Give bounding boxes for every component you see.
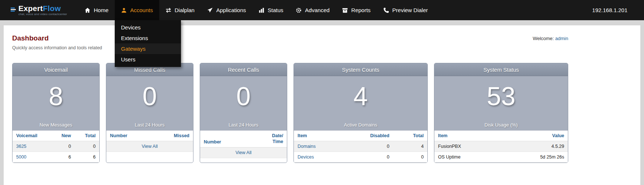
top-navbar: ExpertFlow chat, voice and video contact… [0,0,644,20]
view-all-link[interactable]: View All [235,150,252,155]
hero-value: 53 [434,76,568,109]
card-title: Voicemail [13,63,99,76]
card-hero: 8 New Messages [13,76,99,131]
card-hero: 53 Disk Usage (%) [434,76,568,131]
hero-label: Disk Usage (%) [434,122,568,128]
bar-chart-icon [259,7,264,13]
hero-value: 4 [294,76,427,109]
card-system-status: System Status 53 Disk Usage (%) Item Val… [434,63,568,163]
welcome-user-link[interactable]: admin [555,36,568,41]
archive-box-icon [342,7,348,13]
voicemail-link[interactable]: 5000 [16,154,26,160]
main-panel: Dashboard Quickly access information and… [4,25,640,185]
card-missed-calls: Missed Calls 0 Last 24 Hours Number Miss… [106,63,193,163]
card-voicemail: Voicemail 8 New Messages Voicemail New T… [12,63,100,163]
hero-label: New Messages [13,122,99,128]
main-nav: Home Accounts Devices Extensions Gateway… [78,0,434,20]
dropdown-item-gateways[interactable]: Gateways [115,43,181,54]
voicemail-table: Voicemail New Total 3625 0 0 5000 6 6 [13,131,99,163]
missed-calls-table: Number Missed View All [106,131,193,152]
system-counts-table: Item Disabled Total Domains 0 4 Devices … [294,131,427,163]
welcome-text: Welcome: admin [533,36,568,41]
nav-item-reports[interactable]: Reports [336,0,377,20]
table-row: FusionPBX 4.5.29 [434,141,568,152]
nav-item-label: Applications [216,7,246,13]
table-header-row: Item Disabled Total [294,131,427,141]
phone-icon [383,7,389,13]
table-header-row: Number Date/ Time [200,131,287,147]
dropdown-item-devices[interactable]: Devices [115,22,181,33]
table-row: View All [200,147,287,158]
table-row: OS Uptime 5d 25m 26s [434,152,568,163]
expertflow-logo[interactable]: ExpertFlow chat, voice and video contact… [0,4,68,16]
card-title: System Status [434,63,568,76]
accounts-dropdown: Devices Extensions Gateways Users [115,20,181,67]
send-icon [207,7,213,13]
nav-item-status[interactable]: Status [252,0,290,20]
hero-label: Active Domains [294,122,427,128]
nav-item-label: Reports [351,7,371,13]
view-all-link[interactable]: View All [142,144,158,149]
hero-value: 0 [200,76,287,109]
server-ip: 192.168.1.201 [592,7,644,13]
brand-tagline: chat, voice and video contactcenter [18,13,67,16]
hero-value: 8 [13,76,99,109]
nav-item-advanced[interactable]: Advanced [289,0,336,20]
card-system-counts: System Counts 4 Active Domains Item Disa… [293,63,428,163]
page-subtitle: Quickly access information and tools rel… [12,45,102,50]
brand-bars-icon [10,7,16,14]
dropdown-item-users[interactable]: Users [115,54,181,65]
hero-label: Last 24 Hours [106,122,193,128]
nav-item-label: Home [94,7,108,13]
nav-item-preview-dialer[interactable]: Preview Dialer [377,0,434,20]
nav-item-accounts[interactable]: Accounts Devices Extensions Gateways Use… [115,0,159,20]
dropdown-item-extensions[interactable]: Extensions [115,33,181,43]
table-header-row: Number Missed [106,131,193,141]
domains-link[interactable]: Domains [298,144,316,149]
arrows-icon [166,7,171,13]
nav-item-home[interactable]: Home [78,0,115,20]
card-hero: 4 Active Domains [294,76,427,131]
nav-item-label: Status [268,7,284,13]
nav-item-dialplan[interactable]: Dialplan [159,0,201,20]
system-status-table: Item Value FusionPBX 4.5.29 OS Uptime 5d… [434,131,568,163]
card-title: System Counts [294,63,427,76]
brand-name: ExpertFlow [18,4,67,12]
nav-item-label: Dialplan [175,7,195,13]
user-icon [121,7,127,13]
card-hero: 0 Last 24 Hours [200,76,287,131]
home-icon [85,7,90,13]
devices-link[interactable]: Devices [298,154,314,160]
table-row: View All [106,141,193,152]
gear-icon [296,7,302,13]
card-recent-calls: Recent Calls 0 Last 24 Hours Number Date… [200,63,287,163]
page-header: Dashboard Quickly access information and… [12,34,568,50]
table-row: Domains 0 4 [294,141,427,152]
nav-item-label: Advanced [305,7,330,13]
page-title: Dashboard [12,34,102,42]
table-header-row: Voicemail New Total [13,131,99,141]
card-title: Recent Calls [200,63,287,76]
nav-item-label: Accounts [130,7,153,13]
hero-value: 0 [106,76,193,109]
table-header-row: Item Value [434,131,568,141]
dashboard-cards: Voicemail 8 New Messages Voicemail New T… [12,63,568,163]
card-hero: 0 Last 24 Hours [106,76,193,131]
table-row: 3625 0 0 [13,141,99,152]
recent-calls-table: Number Date/ Time View All [200,131,287,158]
nav-item-label: Preview Dialer [392,7,428,13]
hero-label: Last 24 Hours [200,122,287,128]
table-row: Devices 0 0 [294,152,427,163]
nav-item-applications[interactable]: Applications [201,0,252,20]
voicemail-link[interactable]: 3625 [16,144,26,149]
table-row: 5000 6 6 [13,152,99,163]
